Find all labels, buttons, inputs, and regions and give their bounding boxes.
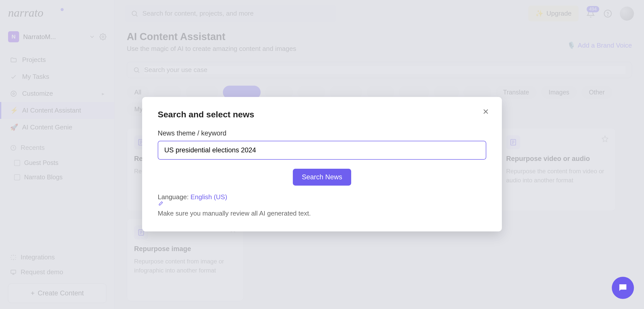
modal-title: Search and select news [158,110,486,119]
news-keyword-input[interactable] [158,141,486,160]
search-news-button[interactable]: Search News [293,169,351,186]
language-row: Language: English (US) [158,193,486,207]
lang-prefix: Language: [158,193,190,201]
review-note: Make sure you manually review all AI gen… [158,210,486,217]
chat-widget-button[interactable] [612,277,634,299]
field-label: News theme / keyword [158,129,486,137]
edit-icon[interactable] [158,201,486,207]
close-icon[interactable] [482,108,490,116]
search-news-modal: Search and select news News theme / keyw… [142,97,502,231]
language-link[interactable]: English (US) [190,193,227,201]
